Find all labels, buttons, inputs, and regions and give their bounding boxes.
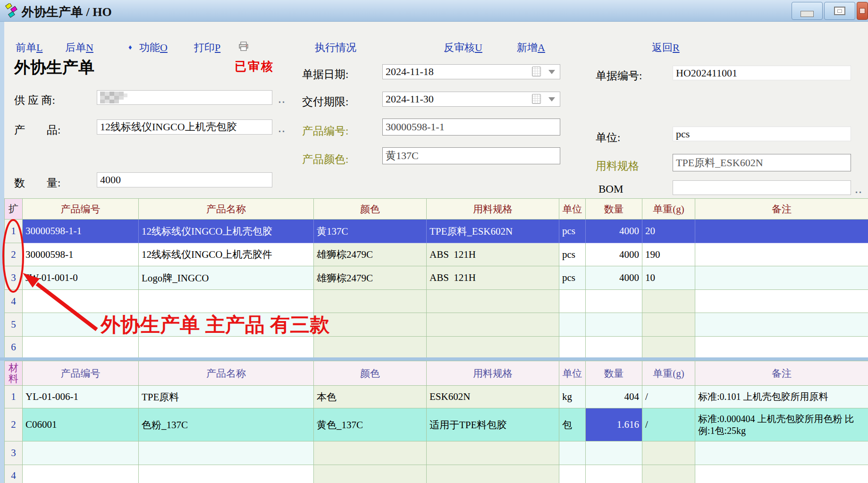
bom-field[interactable]: [673, 180, 851, 195]
date-dropdown-arrow-icon[interactable]: [548, 70, 555, 74]
row-number[interactable]: 4: [5, 465, 23, 483]
row-number[interactable]: 2: [5, 243, 23, 266]
cell[interactable]: [695, 290, 868, 313]
cell[interactable]: 标准:0.101 上机壳包胶所用原料: [695, 386, 868, 408]
row-number[interactable]: 6: [5, 337, 23, 358]
cell[interactable]: 12线标线仪INGCO上机壳胶件: [139, 243, 314, 266]
cell[interactable]: [695, 441, 868, 465]
row-number[interactable]: 3: [5, 441, 23, 465]
supplier-browse-button[interactable]: ..: [278, 94, 286, 105]
cell[interactable]: 黄色_137C: [314, 408, 427, 441]
cell[interactable]: 30000598-1-1: [23, 220, 139, 243]
cell[interactable]: 10: [642, 266, 695, 290]
cell[interactable]: [23, 465, 139, 483]
cell[interactable]: ABS 121H: [427, 266, 559, 290]
cell[interactable]: 标准:0.000404 上机壳包胶所用色粉 比例:1包:25kg: [695, 408, 868, 441]
cell[interactable]: [314, 465, 427, 483]
product-field[interactable]: 12线标线仪INGCO上机壳包胶: [97, 119, 272, 135]
cell[interactable]: [23, 337, 139, 358]
cell[interactable]: [695, 243, 868, 266]
cell[interactable]: 30000598-1: [23, 243, 139, 266]
supplier-field[interactable]: [97, 90, 272, 105]
toolbar-functions[interactable]: 功能O: [139, 41, 168, 55]
toolbar-return[interactable]: 返回R: [652, 41, 680, 55]
cell[interactable]: [695, 313, 868, 337]
material-spec-field[interactable]: TPE原料_ESK602N: [673, 154, 851, 171]
cell[interactable]: [586, 337, 642, 358]
cell[interactable]: [427, 290, 559, 313]
cell[interactable]: 20: [642, 220, 695, 243]
cell[interactable]: Logo牌_INGCO: [139, 266, 314, 290]
row-number[interactable]: 1: [5, 220, 23, 243]
cell[interactable]: 黄137C: [314, 220, 427, 243]
calendar-icon[interactable]: [532, 94, 541, 104]
deliver-deadline-field[interactable]: 2024-11-30: [382, 92, 560, 107]
cell[interactable]: kg: [559, 386, 586, 408]
cell[interactable]: 190: [642, 243, 695, 266]
cell[interactable]: [23, 313, 139, 337]
toolbar-add-new[interactable]: 新增A: [517, 41, 545, 55]
toolbar-next-order[interactable]: 后单N: [65, 41, 93, 55]
cell[interactable]: [642, 465, 695, 483]
cell[interactable]: [642, 313, 695, 337]
cell[interactable]: pcs: [559, 220, 586, 243]
row-number[interactable]: 1: [5, 386, 23, 408]
cell[interactable]: 雄狮棕2479C: [314, 266, 427, 290]
row-number[interactable]: 3: [5, 266, 23, 290]
cell[interactable]: [559, 337, 586, 358]
date-dropdown-arrow-icon[interactable]: [548, 97, 555, 102]
row-number[interactable]: 4: [5, 290, 23, 313]
cell[interactable]: [139, 337, 314, 358]
cell[interactable]: [642, 441, 695, 465]
maximize-button[interactable]: [824, 2, 855, 20]
cell[interactable]: [586, 290, 642, 313]
cell[interactable]: [23, 441, 139, 465]
cell[interactable]: [695, 465, 868, 483]
cell[interactable]: [586, 441, 642, 465]
cell[interactable]: pcs: [559, 266, 586, 290]
toolbar-execution-status[interactable]: 执行情况: [315, 41, 356, 55]
cell[interactable]: [139, 290, 314, 313]
product-no-field[interactable]: 30000598-1-1: [382, 119, 560, 136]
cell[interactable]: pcs: [559, 243, 586, 266]
cell[interactable]: [427, 313, 559, 337]
cell[interactable]: [314, 441, 427, 465]
cell[interactable]: 12线标线仪INGCO上机壳包胶: [139, 220, 314, 243]
cell[interactable]: [314, 290, 427, 313]
quantity-field[interactable]: 4000: [97, 172, 272, 187]
cell[interactable]: [427, 465, 559, 483]
cell[interactable]: 本色: [314, 386, 427, 408]
cell[interactable]: [314, 313, 427, 337]
cell[interactable]: C06001: [23, 408, 139, 441]
product-color-field[interactable]: 黄137C: [382, 147, 560, 164]
cell[interactable]: [586, 465, 642, 483]
calendar-icon[interactable]: [532, 67, 541, 76]
cell[interactable]: TPE原料_ESK602N: [427, 220, 559, 243]
row-number[interactable]: 5: [5, 313, 23, 337]
cell[interactable]: [559, 465, 586, 483]
unit-field[interactable]: pcs: [673, 127, 851, 141]
cell[interactable]: /: [642, 408, 695, 441]
cell[interactable]: [559, 441, 586, 465]
cell[interactable]: [314, 337, 427, 358]
cell[interactable]: [695, 337, 868, 358]
cell[interactable]: [695, 220, 868, 243]
cell[interactable]: [23, 290, 139, 313]
toolbar-print[interactable]: 打印P: [194, 41, 220, 55]
cell[interactable]: [695, 266, 868, 290]
product-browse-button[interactable]: ..: [278, 124, 286, 135]
toolbar-unapprove[interactable]: 反审核U: [444, 41, 482, 55]
minimize-button[interactable]: [792, 2, 823, 20]
cell[interactable]: JW-01-001-0: [23, 266, 139, 290]
cell[interactable]: [139, 465, 314, 483]
cell[interactable]: ESK602N: [427, 386, 559, 408]
cell[interactable]: [139, 441, 314, 465]
cell[interactable]: /: [642, 386, 695, 408]
cell[interactable]: YL-01-006-1: [23, 386, 139, 408]
doc-date-field[interactable]: 2024-11-18: [382, 64, 560, 79]
cell[interactable]: 4000: [586, 243, 642, 266]
cell[interactable]: 色粉_137C: [139, 408, 314, 441]
toolbar-prev-order[interactable]: 前单L: [16, 41, 42, 55]
row-number[interactable]: 2: [5, 408, 23, 441]
cell[interactable]: [139, 313, 314, 337]
